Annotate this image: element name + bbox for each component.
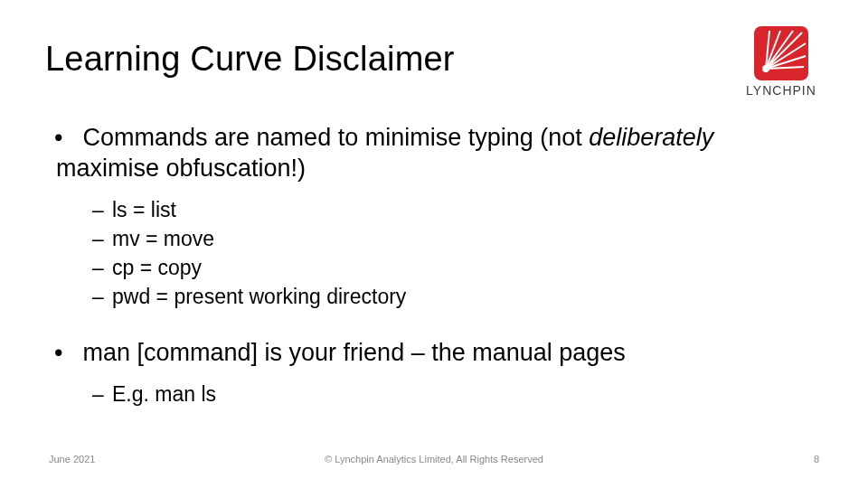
sub-bullet: cp = copy [92,253,823,282]
slide-footer: June 2021 © Lynchpin Analytics Limited, … [0,454,868,470]
brand-logo: LYNCHPIN [727,25,835,98]
footer-page-number: 8 [814,454,819,465]
bullet-emph: deliberately [589,124,713,151]
sub-bullet: pwd = present working directory [92,282,823,311]
brand-name: LYNCHPIN [727,83,835,98]
bullet-text: man [command] is your friend – the manua… [83,339,626,366]
bullet-text: maximise obfuscation!) [56,155,306,182]
lynchpin-icon [727,25,835,81]
slide-title: Learning Curve Disclaimer [45,40,455,79]
slide-body: Commands are named to minimise typing (n… [56,123,823,430]
bullet-item: Commands are named to minimise typing (n… [56,123,823,311]
sub-bullet: mv = move [92,224,823,253]
sub-bullet: E.g. man ls [92,380,823,408]
bullet-text: Commands are named to minimise typing (n… [83,124,590,151]
bullet-item: man [command] is your friend – the manua… [56,338,823,408]
sub-bullet: ls = list [92,195,823,224]
footer-copyright: © Lynchpin Analytics Limited, All Rights… [0,454,868,465]
